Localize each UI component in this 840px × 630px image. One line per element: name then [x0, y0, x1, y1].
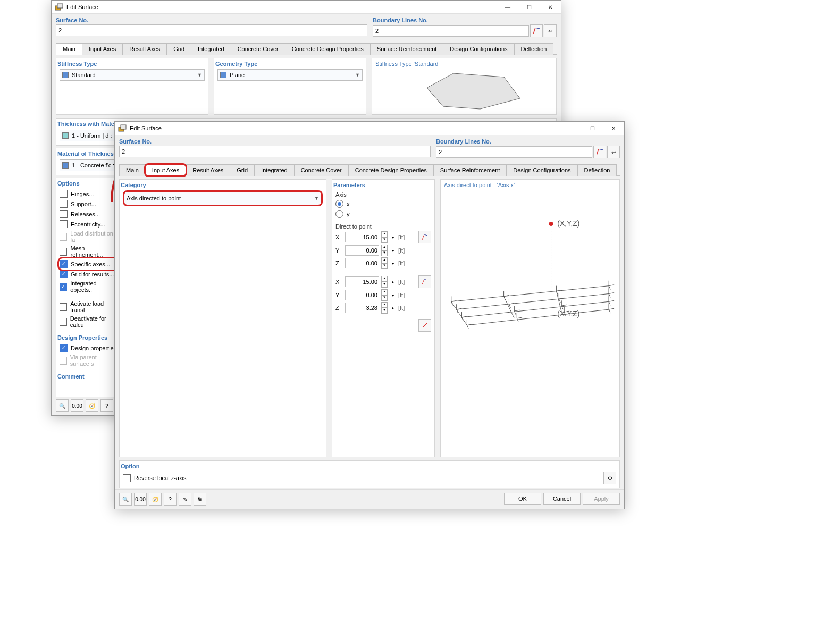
coord-input[interactable]	[345, 290, 379, 300]
preview-settings-icon[interactable]: ⚙	[603, 472, 616, 484]
axes-icon[interactable]: 🧭	[86, 399, 98, 412]
option-specific-axes[interactable]: Specific axes...	[60, 259, 117, 269]
spinner[interactable]: ▲▼	[381, 257, 388, 269]
spinner[interactable]: ▲▼	[381, 302, 388, 314]
pick-point-icon[interactable]	[418, 275, 431, 288]
tab-surface-reinforcement[interactable]: Surface Reinforcement	[370, 43, 444, 55]
function-icon[interactable]: f≡	[194, 493, 206, 506]
undo-icon[interactable]: ↩	[607, 146, 620, 158]
tab-design-configurations[interactable]: Design Configurations	[506, 164, 577, 176]
spinner[interactable]: ▲▼	[381, 289, 388, 301]
axes-icon[interactable]: 🧭	[149, 493, 162, 506]
tab-main[interactable]: Main	[56, 43, 82, 55]
option-grid-for-results[interactable]: Grid for results...	[60, 269, 117, 279]
magnify-icon[interactable]: 🔍	[119, 493, 132, 506]
coord-input[interactable]	[345, 258, 379, 268]
magnify-icon[interactable]: 🔍	[56, 399, 69, 412]
tab-main[interactable]: Main	[119, 164, 146, 176]
minimize-button[interactable]: —	[560, 122, 582, 135]
checkbox[interactable]	[60, 248, 67, 256]
tab-design-configurations[interactable]: Design Configurations	[443, 43, 514, 55]
tab-input-axes[interactable]: Input Axes	[82, 43, 123, 55]
option-eccentricity[interactable]: Eccentricity...	[60, 219, 117, 229]
units-icon[interactable]: 0.00	[134, 493, 147, 506]
spinner[interactable]: ▲▼	[381, 245, 388, 256]
help-icon[interactable]: ?	[164, 493, 177, 506]
tab-concrete-cover[interactable]: Concrete Cover	[231, 43, 285, 55]
coord-input[interactable]	[345, 232, 379, 242]
option-support[interactable]: Support...	[60, 199, 117, 209]
pick-lines-icon[interactable]	[593, 146, 606, 158]
spinner[interactable]: ▲▼	[381, 231, 388, 243]
checkbox[interactable]	[60, 270, 68, 278]
checkbox[interactable]	[60, 260, 68, 268]
maximize-button[interactable]: ☐	[518, 1, 540, 13]
tab-deflection[interactable]: Deflection	[577, 164, 617, 176]
cancel-button[interactable]: Cancel	[543, 493, 581, 505]
step-icon[interactable]: ▸	[390, 279, 396, 284]
pick-lines-icon[interactable]	[530, 24, 543, 37]
script-icon[interactable]: ✎	[179, 493, 191, 506]
step-icon[interactable]: ▸	[390, 234, 396, 240]
tab-grid[interactable]: Grid	[166, 43, 191, 55]
tab-grid[interactable]: Grid	[230, 164, 255, 176]
geometry-type-dropdown[interactable]: Plane ▼	[217, 69, 363, 81]
option-releases[interactable]: Releases...	[60, 209, 117, 219]
close-button[interactable]: ✕	[603, 122, 624, 135]
tab-concrete-cover[interactable]: Concrete Cover	[294, 164, 349, 176]
checkbox[interactable]	[60, 220, 68, 228]
checkbox[interactable]	[60, 210, 68, 218]
option-hinges[interactable]: Hinges...	[60, 189, 117, 199]
option-mesh-refinement[interactable]: Mesh refinement...	[60, 244, 117, 259]
step-icon[interactable]: ▸	[390, 305, 396, 310]
step-icon[interactable]: ▸	[390, 261, 396, 266]
checkbox[interactable]	[60, 303, 67, 311]
coord-input[interactable]	[345, 276, 379, 287]
coord-input[interactable]	[345, 245, 379, 256]
option-activate-load-transf[interactable]: Activate load transf	[60, 299, 117, 314]
category-dropdown[interactable]: Axis directed to point ▼	[123, 190, 323, 206]
pick-both-icon[interactable]	[418, 319, 431, 332]
boundary-lines-input[interactable]	[373, 25, 529, 37]
tab-surface-reinforcement[interactable]: Surface Reinforcement	[433, 164, 507, 176]
stiffness-type-dropdown[interactable]: Standard ▼	[60, 69, 205, 81]
step-icon[interactable]: ▸	[390, 248, 396, 253]
tab-result-axes[interactable]: Result Axes	[186, 164, 230, 176]
spinner[interactable]: ▲▼	[381, 276, 388, 288]
checkbox[interactable]	[60, 190, 68, 198]
titlebar: Edit Surface — ☐ ✕	[52, 1, 561, 14]
surface-no-input[interactable]	[56, 24, 367, 36]
apply-button[interactable]: Apply	[583, 493, 620, 505]
tab-integrated[interactable]: Integrated	[191, 43, 231, 55]
axis-y-radio[interactable]	[335, 210, 343, 218]
tab-deflection[interactable]: Deflection	[514, 43, 554, 55]
coord-input[interactable]	[345, 303, 379, 313]
checkbox[interactable]	[60, 344, 68, 352]
axis-x-radio[interactable]	[335, 200, 343, 208]
comment-input[interactable]	[60, 382, 122, 393]
option-integrated-objects[interactable]: Integrated objects..	[60, 279, 117, 294]
undo-icon[interactable]: ↩	[544, 24, 557, 37]
tab-concrete-design-properties[interactable]: Concrete Design Properties	[285, 43, 371, 55]
tab-concrete-design-properties[interactable]: Concrete Design Properties	[348, 164, 434, 176]
tab-result-axes[interactable]: Result Axes	[122, 43, 167, 55]
boundary-lines-input[interactable]	[436, 146, 592, 158]
surface-no-input[interactable]	[119, 146, 431, 157]
coord-x-row: X▲▼▸[ft]	[335, 231, 431, 243]
ok-button[interactable]: OK	[504, 493, 541, 505]
help-icon[interactable]: ?	[100, 399, 113, 412]
tab-input-axes[interactable]: Input Axes	[145, 164, 186, 176]
units-icon[interactable]: 0.00	[71, 399, 83, 412]
close-button[interactable]: ✕	[540, 1, 561, 13]
checkbox[interactable]	[60, 283, 67, 291]
checkbox[interactable]	[60, 318, 67, 326]
pick-point-icon[interactable]	[418, 231, 431, 243]
reverse-z-check[interactable]	[123, 474, 131, 482]
minimize-button[interactable]: —	[497, 1, 518, 13]
step-icon[interactable]: ▸	[390, 292, 396, 298]
tab-integrated[interactable]: Integrated	[254, 164, 295, 176]
maximize-button[interactable]: ☐	[582, 122, 603, 135]
option-deactivate-for-calcu[interactable]: Deactivate for calcu	[60, 314, 117, 329]
checkbox[interactable]	[60, 200, 68, 208]
option-design-properties[interactable]: Design properties	[60, 343, 117, 353]
